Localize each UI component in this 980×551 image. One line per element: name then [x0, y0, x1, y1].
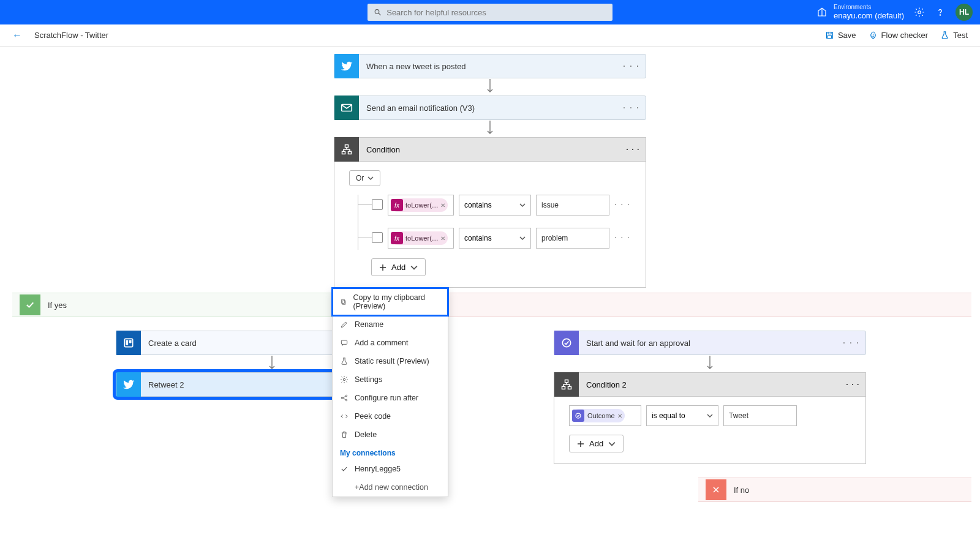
more-icon[interactable]: · · · — [614, 198, 630, 209]
right-operand[interactable]: problem — [536, 228, 609, 249]
context-menu: Copy to my clipboard (Preview) Rename Ad… — [332, 288, 448, 497]
environment-picker[interactable]: Environments enayu.com (default) — [816, 4, 904, 21]
remove-token-icon[interactable]: ✕ — [617, 413, 622, 419]
mail-icon — [334, 96, 359, 120]
svg-rect-17 — [562, 386, 565, 389]
test-button[interactable]: Test — [940, 31, 968, 40]
condition-row: fx toLower(… ✕ contains problem · · · — [372, 228, 631, 249]
row-checkbox[interactable] — [372, 232, 383, 243]
more-icon[interactable]: · · · — [846, 379, 859, 390]
row-checkbox[interactable] — [372, 199, 383, 210]
retweet-title: Retweet 2 — [148, 380, 184, 389]
svg-point-15 — [562, 339, 570, 347]
svg-rect-11 — [349, 151, 352, 154]
condition2-title: Condition 2 — [586, 380, 627, 389]
menu-delete[interactable]: Delete — [333, 425, 448, 444]
env-value: enayu.com (default) — [834, 11, 904, 21]
condition2-body: Outcome ✕ is equal to Tweet — [554, 397, 866, 464]
if-no-bar — [448, 293, 971, 317]
add-condition-button[interactable]: Add — [569, 435, 624, 452]
fx-icon: fx — [391, 232, 403, 244]
svg-rect-5 — [828, 32, 831, 34]
menu-rename[interactable]: Rename — [333, 315, 448, 334]
create-card-title: Create a card — [148, 339, 197, 348]
menu-copy[interactable]: Copy to my clipboard (Preview) — [333, 288, 448, 315]
twitter-icon — [334, 54, 359, 78]
left-operand[interactable]: Outcome ✕ — [569, 405, 641, 426]
command-bar: ← ScratchFlow - Twitter Save Flow checke… — [0, 24, 980, 47]
env-label: Environments — [834, 4, 904, 11]
approval-title: Start and wait for an approval — [586, 339, 690, 348]
approval-step[interactable]: Start and wait for an approval · · · — [554, 331, 866, 355]
search-icon — [374, 8, 382, 17]
svg-point-0 — [375, 10, 379, 14]
settings-icon[interactable] — [914, 7, 925, 18]
svg-point-26 — [345, 399, 347, 400]
menu-add-connection[interactable]: +Add new connection — [333, 478, 448, 497]
svg-point-7 — [873, 36, 873, 37]
group-operator-select[interactable]: Or — [349, 170, 380, 186]
operator-select[interactable]: is equal to — [646, 405, 718, 426]
help-icon[interactable] — [935, 7, 946, 18]
more-icon[interactable]: · · · — [623, 102, 639, 113]
svg-rect-13 — [126, 340, 128, 345]
menu-peek-code[interactable]: Peek code — [333, 407, 448, 425]
fx-token: fx toLower(… ✕ — [391, 231, 448, 245]
save-button[interactable]: Save — [825, 31, 856, 40]
top-bar: Environments enayu.com (default) HL — [0, 0, 980, 24]
outcome-token: Outcome ✕ — [572, 409, 625, 422]
trigger-step[interactable]: When a new tweet is posted · · · — [334, 54, 646, 78]
condition-icon — [334, 137, 359, 162]
fx-icon: fx — [391, 199, 403, 211]
svg-point-25 — [345, 395, 347, 396]
condition2-step[interactable]: Condition 2 · · · — [554, 372, 866, 397]
left-operand[interactable]: fx toLower(… ✕ — [388, 228, 454, 249]
svg-line-1 — [379, 13, 380, 15]
more-icon[interactable]: · · · — [614, 231, 630, 242]
menu-connection-item[interactable]: HenryLegge5 — [333, 460, 448, 478]
flow-title: ScratchFlow - Twitter — [34, 31, 108, 40]
environment-icon — [816, 7, 827, 18]
search-box[interactable] — [368, 4, 612, 21]
remove-token-icon[interactable]: ✕ — [440, 202, 445, 209]
remove-token-icon[interactable]: ✕ — [440, 235, 445, 242]
check-icon — [20, 294, 40, 315]
right-operand[interactable]: issue — [536, 195, 609, 216]
search-input[interactable] — [386, 8, 606, 17]
svg-rect-20 — [342, 301, 345, 304]
condition-step[interactable]: Condition · · · — [334, 137, 646, 162]
close-icon — [706, 479, 726, 500]
flow-checker-button[interactable]: Flow checker — [869, 31, 929, 40]
svg-rect-12 — [124, 339, 132, 347]
condition-title: Condition — [366, 145, 400, 154]
left-operand[interactable]: fx toLower(… ✕ — [388, 195, 454, 216]
svg-point-2 — [918, 11, 921, 14]
svg-rect-9 — [345, 145, 349, 148]
avatar[interactable]: HL — [956, 4, 973, 21]
more-icon[interactable]: · · · — [623, 61, 639, 72]
svg-rect-14 — [129, 340, 132, 343]
menu-connections-header: My connections — [333, 444, 448, 460]
condition-body: Or fx toLower(… ✕ conta — [334, 162, 646, 288]
twitter-icon — [116, 372, 141, 397]
more-icon[interactable]: · · · — [843, 337, 859, 348]
menu-run-after[interactable]: Configure run after — [333, 389, 448, 407]
email-title: Send an email notification (V3) — [366, 103, 475, 113]
more-icon[interactable]: · · · — [626, 144, 639, 155]
menu-comment[interactable]: Add a comment — [333, 334, 448, 352]
svg-point-23 — [343, 378, 345, 381]
add-condition-button[interactable]: Add — [371, 258, 426, 276]
svg-rect-10 — [342, 151, 345, 154]
svg-rect-6 — [827, 36, 831, 38]
approval-icon — [572, 410, 584, 422]
menu-settings[interactable]: Settings — [333, 370, 448, 389]
back-button[interactable]: ← — [12, 30, 22, 41]
operator-select[interactable]: contains — [459, 195, 531, 216]
approval-icon — [554, 331, 579, 355]
right-operand[interactable]: Tweet — [723, 405, 797, 426]
condition-icon — [554, 372, 579, 397]
svg-rect-18 — [568, 386, 571, 389]
email-step[interactable]: Send an email notification (V3) · · · — [334, 96, 646, 120]
operator-select[interactable]: contains — [459, 228, 531, 249]
menu-static-result[interactable]: Static result (Preview) — [333, 352, 448, 370]
